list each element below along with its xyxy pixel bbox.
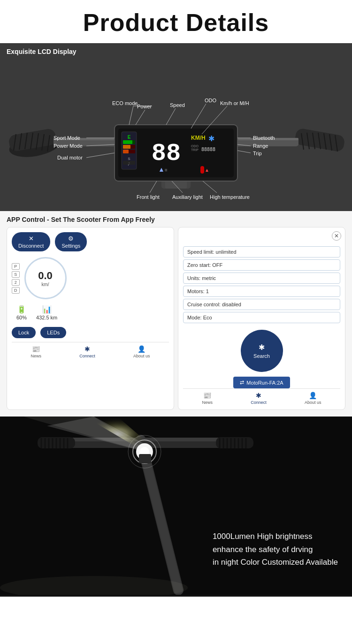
svg-text:ODO: ODO bbox=[205, 98, 217, 103]
settings-icon: ⚙ bbox=[68, 235, 74, 242]
headlight-line3: in night Color Customized Available bbox=[213, 556, 338, 568]
nav-news-label-right: News bbox=[202, 400, 213, 405]
svg-text:Dual motor: Dual motor bbox=[57, 155, 83, 160]
svg-text:Speed: Speed bbox=[170, 102, 185, 108]
nav-news-right[interactable]: 📰 News bbox=[202, 392, 213, 405]
device-name-label: MotoRun-FA:2A bbox=[246, 380, 283, 386]
mode-s: S bbox=[12, 271, 20, 278]
nav-about-left[interactable]: 👤 About us bbox=[133, 345, 150, 358]
svg-text:S: S bbox=[128, 157, 130, 161]
speedometer-area: P S 2 D 0.0 km/ bbox=[12, 257, 169, 299]
app-right-panel: ✕ Speed limit: unlimited Zero start: OFF… bbox=[178, 227, 345, 410]
svg-text:✱: ✱ bbox=[208, 135, 214, 143]
connect-icon-left: ✱ bbox=[84, 345, 90, 353]
lcd-scene-svg: E S P 2 88 KM/H ✱ ODO TRIP 88888 bbox=[7, 59, 345, 205]
lock-button[interactable]: Lock bbox=[12, 327, 36, 338]
svg-text:Power: Power bbox=[137, 104, 152, 109]
page-header: Product Details bbox=[0, 0, 352, 43]
svg-text:88888: 88888 bbox=[201, 147, 215, 152]
mode-item: Mode: Eco bbox=[183, 312, 340, 323]
speedometer-circle: 0.0 km/ bbox=[24, 257, 67, 299]
headlight-line1: 1000Lumen High brightness bbox=[213, 530, 338, 543]
speed-value: 0.0 bbox=[38, 270, 53, 282]
section-headlight: 1000Lumen High brightness enhance the sa… bbox=[0, 417, 352, 597]
app-panels-container: ✕ Disconnect ⚙ Settings P S 2 D 0.0 bbox=[7, 227, 345, 410]
svg-text:88: 88 bbox=[152, 140, 181, 167]
svg-text:Range: Range bbox=[253, 143, 268, 149]
nav-news-label-left: News bbox=[31, 354, 42, 358]
distance-value: 432.5 km bbox=[36, 315, 57, 320]
svg-rect-29 bbox=[123, 145, 130, 149]
svg-text:High temperature: High temperature bbox=[210, 194, 250, 200]
nav-news-left[interactable]: 📰 News bbox=[31, 345, 42, 358]
nav-connect-label-left: Connect bbox=[79, 354, 95, 358]
svg-rect-27 bbox=[123, 140, 132, 144]
mode-indicators: P S 2 D bbox=[12, 263, 20, 294]
stats-row: 🔋 60% 📊 432.5 km bbox=[16, 305, 169, 320]
battery-stat: 🔋 60% bbox=[16, 305, 27, 320]
svg-text:Power Mode: Power Mode bbox=[54, 143, 83, 149]
battery-icon: 🔋 bbox=[17, 305, 26, 314]
svg-text:TRIP: TRIP bbox=[191, 148, 199, 152]
nav-connect-label-right: Connect bbox=[251, 400, 267, 405]
search-icon: ✱ bbox=[259, 343, 265, 352]
battery-pct: 60% bbox=[16, 315, 27, 320]
headlight-description: 1000Lumen High brightness enhance the sa… bbox=[213, 530, 338, 568]
svg-text:▲: ▲ bbox=[205, 167, 209, 173]
news-icon-right: 📰 bbox=[203, 392, 211, 399]
section-lcd: Exquisite LCD Display bbox=[0, 43, 352, 211]
distance-stat: 📊 432.5 km bbox=[36, 305, 57, 320]
page-title: Product Details bbox=[5, 8, 347, 37]
leds-label: LEDs bbox=[47, 330, 60, 335]
motors-item: Motors: 1 bbox=[183, 286, 340, 297]
search-label: Search bbox=[253, 353, 270, 359]
leds-button[interactable]: LEDs bbox=[40, 327, 66, 338]
app-bottom-buttons: Lock LEDs bbox=[12, 327, 169, 338]
headlight-line2: enhance the safety of drving bbox=[213, 543, 338, 556]
connect-icon-right: ✱ bbox=[256, 392, 261, 399]
settings-label: Settings bbox=[61, 243, 80, 249]
nav-connect-left[interactable]: ✱ Connect bbox=[79, 345, 95, 358]
lcd-wrapper: E S P 2 88 KM/H ✱ ODO TRIP 88888 bbox=[7, 59, 345, 205]
nav-about-right[interactable]: 👤 About us bbox=[305, 392, 321, 405]
svg-text:Auxiliary light: Auxiliary light bbox=[172, 194, 203, 200]
settings-button[interactable]: ⚙ Settings bbox=[55, 232, 87, 251]
svg-rect-44 bbox=[200, 166, 204, 174]
svg-text:KM/H: KM/H bbox=[191, 135, 206, 141]
mode-p: P bbox=[12, 263, 20, 270]
disconnect-button[interactable]: ✕ Disconnect bbox=[12, 232, 50, 251]
svg-text:▲: ▲ bbox=[158, 166, 165, 173]
news-icon-left: 📰 bbox=[32, 345, 40, 353]
speed-unit: km/ bbox=[41, 282, 49, 287]
nav-about-label-left: About us bbox=[133, 354, 150, 358]
settings-list: Speed limit: unlimited Zero start: OFF U… bbox=[183, 246, 340, 325]
about-icon-left: 👤 bbox=[138, 345, 145, 353]
mode-2: 2 bbox=[12, 279, 20, 286]
about-icon-right: 👤 bbox=[309, 392, 317, 399]
device-connect-button[interactable]: ⇄ MotoRun-FA:2A bbox=[233, 377, 290, 388]
svg-text:Bluetooth: Bluetooth bbox=[253, 135, 275, 141]
search-button[interactable]: ✱ Search bbox=[241, 330, 283, 372]
svg-text:≡: ≡ bbox=[165, 167, 168, 173]
disconnect-label: Disconnect bbox=[18, 243, 44, 249]
section-lcd-label: Exquisite LCD Display bbox=[7, 48, 345, 55]
nav-connect-right[interactable]: ✱ Connect bbox=[251, 392, 267, 405]
svg-text:ECO mode: ECO mode bbox=[112, 100, 138, 106]
disconnect-icon: ✕ bbox=[29, 235, 34, 242]
zero-start-item: Zero start: OFF bbox=[183, 259, 340, 271]
app-top-buttons: ✕ Disconnect ⚙ Settings bbox=[12, 232, 169, 251]
svg-text:Front light: Front light bbox=[137, 194, 160, 200]
svg-text:E: E bbox=[128, 135, 131, 140]
svg-text:Trip: Trip bbox=[253, 151, 262, 156]
close-button[interactable]: ✕ bbox=[332, 231, 341, 241]
svg-rect-31 bbox=[123, 150, 129, 153]
app-left-panel: ✕ Disconnect ⚙ Settings P S 2 D 0.0 bbox=[7, 227, 174, 410]
svg-text:Sport Mode: Sport Mode bbox=[54, 135, 80, 141]
mode-d: D bbox=[12, 287, 20, 294]
nav-about-label-right: About us bbox=[305, 400, 321, 405]
app-bottom-nav-right: 📰 News ✱ Connect 👤 About us bbox=[183, 388, 340, 405]
lock-label: Lock bbox=[18, 330, 29, 335]
units-item: Units: metric bbox=[183, 273, 340, 284]
cruise-control-item: Cruise control: disabled bbox=[183, 299, 340, 310]
distance-icon: 📊 bbox=[42, 305, 52, 314]
